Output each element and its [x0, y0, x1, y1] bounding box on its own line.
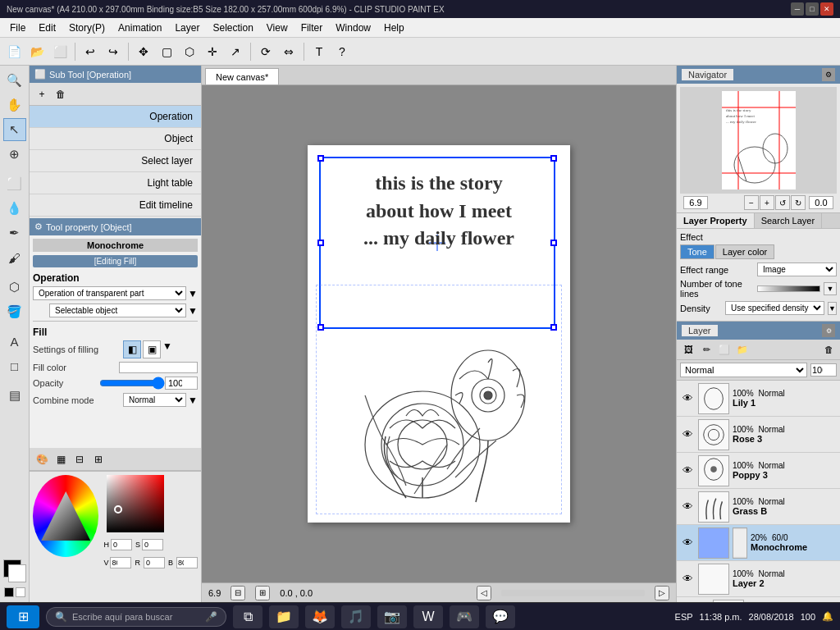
- delete-subtool-button[interactable]: 🗑: [52, 85, 70, 103]
- operation-tool[interactable]: ↖: [3, 118, 26, 141]
- transform-button[interactable]: ✥: [133, 41, 154, 62]
- tab-search-layer[interactable]: Search Layer: [755, 213, 822, 228]
- color-history-btn[interactable]: ⊟: [71, 450, 89, 468]
- density-down-btn[interactable]: ▼: [828, 302, 837, 315]
- redo-button[interactable]: ↪: [103, 41, 124, 62]
- color-square-selector[interactable]: [107, 475, 164, 532]
- fill-icon-1[interactable]: ◧: [123, 340, 141, 358]
- layer-row-monochrome[interactable]: 👁 20%: [677, 525, 840, 561]
- canvas-tab[interactable]: New canvas*: [205, 68, 279, 84]
- flip-button[interactable]: ⇔: [278, 41, 299, 62]
- fill-dropdown-icon[interactable]: ▼: [162, 340, 172, 358]
- taskbar-app-explorer[interactable]: 📁: [269, 605, 299, 628]
- menu-story[interactable]: Story(P): [62, 21, 112, 35]
- layer-new-raster-btn[interactable]: 🖼: [680, 341, 696, 358]
- pen-tool[interactable]: ✒: [3, 221, 26, 244]
- text-button[interactable]: T: [308, 41, 330, 62]
- foreground-color-swatch[interactable]: [3, 559, 26, 582]
- density-select[interactable]: Use specified density: [725, 301, 824, 315]
- rotate-button[interactable]: ⟳: [255, 41, 276, 62]
- menu-filter[interactable]: Filter: [294, 21, 330, 35]
- layer-vis-lily1[interactable]: 👁: [680, 391, 695, 406]
- layer-vis-rose3[interactable]: 👁: [680, 427, 695, 442]
- canvas-scrollbar[interactable]: [501, 590, 645, 596]
- close-button[interactable]: ✕: [820, 2, 833, 16]
- layer-row-lily1[interactable]: 👁 100% Normal Lily 1: [677, 381, 840, 417]
- layer-vis-grassb[interactable]: 👁: [680, 500, 695, 514]
- taskbar-app-app1[interactable]: 🎵: [341, 605, 371, 628]
- taskbar-app-app2[interactable]: 📷: [377, 605, 407, 628]
- open-button[interactable]: 📂: [26, 41, 48, 62]
- menu-selection[interactable]: Selection: [206, 21, 259, 35]
- layer-delete-btn[interactable]: 🗑: [820, 341, 837, 358]
- canvas-scroll-right-btn[interactable]: ▷: [655, 586, 669, 600]
- taskbar-mic-icon[interactable]: 🎤: [205, 611, 217, 623]
- hue-input[interactable]: [111, 539, 132, 550]
- combine-dropdown-icon[interactable]: ▼: [188, 395, 198, 406]
- help-button[interactable]: ?: [331, 41, 353, 62]
- color-set-btn[interactable]: ▦: [52, 450, 70, 468]
- small-bg-color[interactable]: [16, 587, 25, 597]
- maximize-button[interactable]: □: [806, 2, 819, 16]
- layer-folder-btn[interactable]: 📁: [734, 341, 751, 358]
- subtool-operation[interactable]: Operation: [30, 106, 201, 128]
- sel-handle-ml[interactable]: [317, 240, 324, 246]
- menu-help[interactable]: Help: [377, 21, 411, 35]
- nav-settings-btn[interactable]: ⚙: [822, 68, 835, 81]
- subtool-edit-timeline[interactable]: Edit timeline: [30, 194, 201, 217]
- color-wheel[interactable]: [33, 475, 98, 557]
- layer-panel-settings-btn[interactable]: ⚙: [822, 324, 835, 337]
- opacity-slider[interactable]: [99, 377, 165, 390]
- operation-dropdown-icon[interactable]: ▼: [188, 288, 198, 299]
- sel-handle-tr[interactable]: [550, 155, 557, 162]
- layer-row-poppy3[interactable]: 👁 100% Normal Poppy 3: [677, 453, 840, 489]
- layer-row-rose3[interactable]: 👁 100% Normal Rose 3: [677, 417, 840, 453]
- selectable-dropdown-icon[interactable]: ▼: [188, 305, 198, 317]
- color-swatch-btn[interactable]: ⊞: [89, 450, 107, 468]
- layer-vis-poppy3[interactable]: 👁: [680, 463, 695, 478]
- nav-zoom-in[interactable]: +: [760, 195, 774, 210]
- layer-mask-btn[interactable]: ⬜: [716, 341, 733, 358]
- layer-panel-mini[interactable]: ▤: [3, 384, 26, 407]
- tone-lines-down-btn[interactable]: ▼: [824, 282, 837, 295]
- layer-row-layer2[interactable]: 👁 100% Normal Layer 2: [677, 561, 840, 597]
- taskbar-notification-icon[interactable]: 🔔: [822, 611, 833, 622]
- sel-handle-tl[interactable]: [317, 155, 324, 162]
- taskbar-app-word[interactable]: W: [413, 605, 443, 628]
- sat-input[interactable]: [142, 539, 163, 550]
- canvas-wrapper[interactable]: this is the story about how I meet ... m…: [202, 85, 676, 582]
- subtool-select-layer[interactable]: Select layer: [30, 150, 201, 172]
- fill-color-box[interactable]: [119, 362, 198, 373]
- move-layer-tool[interactable]: ⊕: [3, 143, 26, 166]
- taskbar-search-box[interactable]: 🔍 Escribe aquí para buscar 🎤: [46, 607, 226, 627]
- fill-icon-2[interactable]: ▣: [143, 340, 161, 358]
- zoom-tool[interactable]: 🔍: [3, 69, 26, 92]
- opacity-input[interactable]: 100: [165, 377, 198, 390]
- figure-tool[interactable]: □: [3, 354, 26, 377]
- canvas-scroll-btn[interactable]: ◁: [477, 586, 491, 600]
- effect-range-select[interactable]: Image: [757, 262, 837, 276]
- small-fg-color[interactable]: [4, 587, 14, 597]
- tab-layer-property[interactable]: Layer Property: [677, 213, 755, 228]
- layer-blend-select[interactable]: Normal: [680, 363, 807, 377]
- hand-tool[interactable]: ✋: [3, 94, 26, 116]
- eraser-tool[interactable]: ⬡: [3, 276, 26, 299]
- selectable-object-select[interactable]: Selectable object: [49, 304, 186, 317]
- menu-animation[interactable]: Animation: [112, 21, 168, 35]
- zoom-fit-button[interactable]: ⊟: [231, 586, 245, 600]
- undo-button[interactable]: ↩: [80, 41, 101, 62]
- nav-rotate-left[interactable]: ↺: [775, 195, 790, 210]
- arrow-button[interactable]: ↗: [225, 41, 246, 62]
- menu-view[interactable]: View: [260, 21, 294, 35]
- taskbar-app-firefox[interactable]: 🦊: [305, 605, 335, 628]
- brush-tool[interactable]: 🖌: [3, 246, 26, 269]
- layer-new-vector-btn[interactable]: ✏: [698, 341, 714, 358]
- red-input[interactable]: [144, 557, 165, 568]
- nav-angle-input[interactable]: 0.0: [809, 196, 833, 209]
- layer-row-grassb[interactable]: 👁 100% Normal Grass B: [677, 489, 840, 525]
- menu-layer[interactable]: Layer: [168, 21, 206, 35]
- val-input[interactable]: [110, 557, 131, 568]
- eyedropper-tool[interactable]: 💧: [3, 197, 26, 220]
- combine-mode-select[interactable]: Normal: [123, 393, 186, 407]
- fill-tool[interactable]: 🪣: [3, 300, 26, 323]
